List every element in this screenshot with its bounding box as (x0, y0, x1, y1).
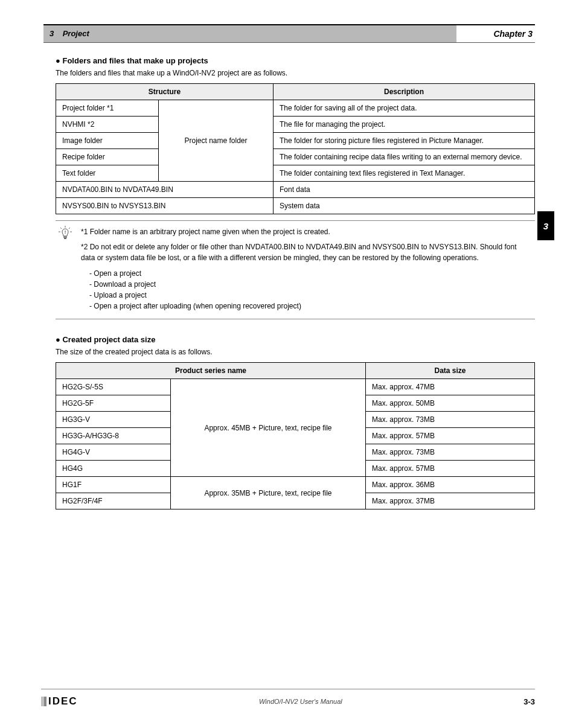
table-row: NVHMI *2 The file for managing the proje… (56, 117, 535, 133)
note-p1: *1 Folder name is an arbitrary project n… (81, 227, 530, 237)
note-block: ! *1 Folder name is an arbitrary project… (56, 220, 535, 319)
idec-logo: IDEC (41, 695, 78, 707)
table1-header-description: Description (274, 84, 535, 100)
note-bullet: - Upload a project (89, 290, 530, 301)
subsection-1-label: Folders and files that make up projects (62, 56, 208, 65)
cell: HG2G-S/-5S (56, 379, 171, 395)
svg-rect-6 (64, 238, 66, 239)
table-row: HG1F Approx. 35MB + Picture, text, recip… (56, 477, 535, 493)
table-row: Recipe folder The folder containing reci… (56, 149, 535, 165)
cell-group: Approx. 35MB + Picture, text, recipe fil… (171, 477, 366, 509)
cell: Max. approx. 47MB (366, 379, 535, 395)
cell: Max. approx. 50MB (366, 395, 535, 412)
cell: Max. approx. 73MB (366, 444, 535, 461)
project-size-table: Product series name Data size HG2G-S/-5S… (56, 362, 535, 509)
cell: The folder for storing picture files reg… (274, 133, 535, 149)
cell: Image folder (56, 133, 159, 149)
cell: Max. approx. 57MB (366, 461, 535, 477)
subsection-2-label: Created project data size (62, 335, 155, 344)
cell: Recipe folder (56, 149, 159, 165)
cell: The folder containing recipe data files … (274, 149, 535, 165)
cell: HG2F/3F/4F (56, 493, 171, 509)
chapter-tab: 3 (537, 211, 554, 240)
note-bullet: - Download a project (89, 279, 530, 290)
page-number: 3-3 (523, 697, 535, 706)
cell: The folder containing text files registe… (274, 165, 535, 182)
cell: NVHMI *2 (56, 117, 159, 133)
cell: Max. approx. 73MB (366, 412, 535, 428)
cell: System data (274, 198, 535, 214)
cell: The file for managing the project. (274, 117, 535, 133)
table-row: HG2G-S/-5S Approx. 45MB + Picture, text,… (56, 379, 535, 395)
cell: Max. approx. 37MB (366, 493, 535, 509)
section-title: Project (63, 29, 89, 38)
cell: NVSYS00.BIN to NVSYS13.BIN (56, 198, 274, 214)
logo-text: IDEC (48, 695, 78, 707)
project-structure-table: Structure Description Project folder *1 … (56, 83, 535, 214)
lightbulb-icon: ! (58, 226, 72, 243)
cell: Font data (274, 182, 535, 198)
subsection-title-2: ● Created project data size (43, 335, 535, 344)
note-p2: *2 Do not edit or delete any folder or f… (81, 242, 530, 263)
cell: HG1F (56, 477, 171, 493)
table-row: NVDATA00.BIN to NVDATA49.BIN Font data (56, 182, 535, 198)
table-row: Image folder The folder for storing pict… (56, 133, 535, 149)
page-footer: IDEC WindO/I-NV2 User's Manual 3-3 (41, 689, 535, 707)
table-row: Text folder The folder containing text f… (56, 165, 535, 182)
svg-text:!: ! (65, 229, 66, 235)
svg-line-2 (69, 228, 70, 229)
subsection-2-desc: The size of the created project data is … (43, 348, 535, 356)
table1-header-structure: Structure (56, 84, 274, 100)
cell: Project folder *1 (56, 100, 159, 117)
logo-mark-icon (41, 697, 46, 706)
note-bullet: - Open a project (89, 268, 530, 279)
doc-title: WindO/I-NV2 User's Manual (259, 698, 342, 705)
subsection-1-desc: The folders and files that make up a Win… (43, 69, 535, 77)
section-breadcrumb: 3 Project (43, 25, 456, 42)
cell: The folder for saving all of the project… (274, 100, 535, 117)
cell: HG4G-V (56, 444, 171, 461)
svg-line-1 (60, 228, 62, 229)
cell-group: Project name folder (159, 100, 274, 182)
section-num: 3 (50, 29, 54, 38)
cell: Max. approx. 57MB (366, 428, 535, 444)
cell: NVDATA00.BIN to NVDATA49.BIN (56, 182, 274, 198)
subsection-title-1: ● Folders and files that make up project… (43, 56, 535, 65)
cell: Text folder (56, 165, 159, 182)
table-row: Project folder *1 Project name folder Th… (56, 100, 535, 117)
table2-header-product: Product series name (56, 363, 366, 379)
cell: Max. approx. 36MB (366, 477, 535, 493)
table-row: NVSYS00.BIN to NVSYS13.BIN System data (56, 198, 535, 214)
cell-group: Approx. 45MB + Picture, text, recipe fil… (171, 379, 366, 477)
page-header: 3 Project Chapter 3 (43, 24, 535, 43)
cell: HG4G (56, 461, 171, 477)
note-bullet: - Open a project after uploading (when o… (89, 301, 530, 311)
svg-rect-5 (63, 236, 67, 238)
chapter-ref: Chapter 3 (456, 25, 535, 42)
cell: HG3G-V (56, 412, 171, 428)
table2-header-size: Data size (366, 363, 535, 379)
cell: HG3G-A/HG3G-8 (56, 428, 171, 444)
cell: HG2G-5F (56, 395, 171, 412)
